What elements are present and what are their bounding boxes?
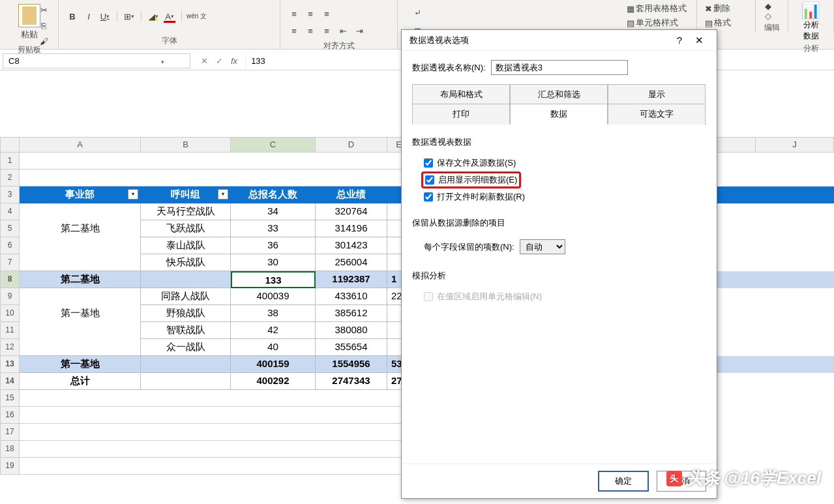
- table-cell[interactable]: 256004: [316, 254, 387, 271]
- region-cell[interactable]: [20, 322, 141, 339]
- total-cell[interactable]: 400292: [231, 373, 316, 390]
- subtotal-label[interactable]: 第一基地: [20, 356, 141, 373]
- fx-icon[interactable]: fx: [231, 56, 237, 66]
- fill-icon[interactable]: ◆: [761, 1, 775, 11]
- bold-button[interactable]: B: [65, 9, 80, 23]
- indent-inc-icon[interactable]: ⇥: [352, 23, 366, 38]
- align-top-icon[interactable]: ≡: [287, 7, 301, 21]
- checkbox-icon[interactable]: [424, 192, 433, 201]
- row-header[interactable]: 14: [0, 373, 20, 390]
- align-right-icon[interactable]: ≡: [320, 23, 334, 38]
- region-cell[interactable]: [20, 254, 141, 271]
- table-cell[interactable]: 385612: [316, 305, 387, 322]
- row-header[interactable]: 2: [0, 170, 20, 186]
- italic-button[interactable]: I: [82, 9, 96, 23]
- subtotal-cell[interactable]: 1554956: [316, 356, 387, 373]
- phonetic-button[interactable]: wén 文: [186, 9, 207, 23]
- table-cell[interactable]: 40: [231, 339, 316, 356]
- table-cell[interactable]: 同路人战队: [141, 288, 231, 305]
- table-cell[interactable]: 33: [231, 220, 316, 237]
- header-perf[interactable]: 总业绩: [316, 186, 387, 203]
- tab-summary[interactable]: 汇总和筛选: [510, 84, 608, 104]
- row-header[interactable]: 16: [0, 407, 20, 424]
- table-cell[interactable]: 泰山战队: [141, 237, 231, 254]
- col-header-D[interactable]: D: [316, 137, 387, 153]
- region-cell[interactable]: [20, 339, 141, 356]
- region-cell[interactable]: [20, 203, 141, 220]
- row-header[interactable]: 6: [0, 237, 20, 254]
- subtotal-cell[interactable]: [141, 271, 231, 288]
- table-cell[interactable]: 34: [231, 203, 316, 220]
- table-cell[interactable]: 38: [231, 305, 316, 322]
- total-cell[interactable]: 2747343: [316, 373, 387, 390]
- checkbox-icon[interactable]: [424, 158, 433, 168]
- tab-layout[interactable]: 布局和格式: [412, 84, 510, 104]
- row-header[interactable]: 15: [0, 390, 20, 407]
- row-header[interactable]: 17: [0, 424, 20, 441]
- enable-detail-checkbox[interactable]: 启用显示明细数据(E): [425, 174, 517, 186]
- col-header-A[interactable]: A: [20, 137, 141, 153]
- row-header[interactable]: 18: [0, 441, 20, 458]
- dialog-titlebar[interactable]: 数据透视表选项 ? ✕: [402, 30, 717, 51]
- enter-icon[interactable]: ✓: [216, 56, 223, 66]
- row-header[interactable]: 12: [0, 339, 20, 356]
- subtotal-label[interactable]: 第二基地: [20, 271, 141, 288]
- format-table-button[interactable]: ▦ 套用表格格式: [624, 1, 691, 16]
- table-cell[interactable]: 快乐战队: [141, 254, 231, 271]
- table-cell[interactable]: 433610: [316, 288, 387, 305]
- row-header[interactable]: 4: [0, 203, 20, 220]
- table-cell[interactable]: 智联战队: [141, 322, 231, 339]
- cell-styles-button[interactable]: ▨ 单元格样式: [624, 16, 691, 30]
- underline-button[interactable]: U ▾: [98, 9, 112, 23]
- cancel-icon[interactable]: ✕: [201, 56, 208, 66]
- refresh-open-checkbox[interactable]: 打开文件时刷新数据(R): [412, 188, 706, 205]
- table-cell[interactable]: 天马行空战队: [141, 203, 231, 220]
- subtotal-cell[interactable]: 1192387: [316, 271, 387, 288]
- copy-icon[interactable]: ⎘: [37, 18, 51, 33]
- region-cell[interactable]: 第二基地: [20, 220, 141, 237]
- header-dept[interactable]: 事业部▾: [20, 186, 141, 203]
- row-header[interactable]: 19: [0, 458, 20, 475]
- table-cell[interactable]: 301423: [316, 237, 387, 254]
- row-header[interactable]: 1: [0, 153, 20, 170]
- wrap-text-icon[interactable]: ⤶: [410, 5, 424, 20]
- pivot-name-input[interactable]: [491, 60, 628, 75]
- header-group[interactable]: 呼叫组▾: [141, 186, 231, 203]
- col-header-J[interactable]: J: [756, 137, 834, 153]
- subtotal-cell[interactable]: [141, 356, 231, 373]
- row-header[interactable]: 9: [0, 288, 20, 305]
- fill-color-button[interactable]: ◢ ▾: [146, 9, 160, 23]
- row-header[interactable]: 7: [0, 254, 20, 271]
- col-header-B[interactable]: B: [141, 137, 231, 153]
- row-header[interactable]: 11: [0, 322, 20, 339]
- total-cell[interactable]: [141, 373, 231, 390]
- table-cell[interactable]: 42: [231, 322, 316, 339]
- header-count[interactable]: 总报名人数: [231, 186, 316, 203]
- table-cell[interactable]: 320764: [316, 203, 387, 220]
- tab-alt[interactable]: 可选文字: [608, 104, 706, 125]
- align-mid-icon[interactable]: ≡: [303, 7, 318, 21]
- cut-icon[interactable]: ✂: [37, 3, 51, 17]
- tab-data[interactable]: 数据: [510, 104, 608, 125]
- select-all-corner[interactable]: [0, 137, 20, 153]
- table-cell[interactable]: 野狼战队: [141, 305, 231, 322]
- active-cell[interactable]: 133: [231, 271, 316, 288]
- help-icon[interactable]: ?: [670, 31, 689, 50]
- row-header[interactable]: 13: [0, 356, 20, 373]
- table-cell[interactable]: 众一战队: [141, 339, 231, 356]
- table-cell[interactable]: 314196: [316, 220, 387, 237]
- filter-icon[interactable]: ▾: [128, 189, 138, 200]
- row-header[interactable]: 3: [0, 186, 20, 203]
- region-cell[interactable]: [20, 237, 141, 254]
- clear-icon[interactable]: ◇: [761, 11, 775, 21]
- table-cell[interactable]: 355654: [316, 339, 387, 356]
- checkbox-icon[interactable]: [425, 175, 434, 185]
- total-label[interactable]: 总计: [20, 373, 141, 390]
- table-cell[interactable]: 30: [231, 254, 316, 271]
- indent-dec-icon[interactable]: ⇤: [336, 23, 350, 38]
- format-painter-icon[interactable]: 🖌: [37, 34, 51, 48]
- col-header-C[interactable]: C: [231, 137, 316, 153]
- region-cell[interactable]: [20, 288, 141, 305]
- table-cell[interactable]: 380080: [316, 322, 387, 339]
- analyze-icon[interactable]: 📊: [801, 1, 822, 20]
